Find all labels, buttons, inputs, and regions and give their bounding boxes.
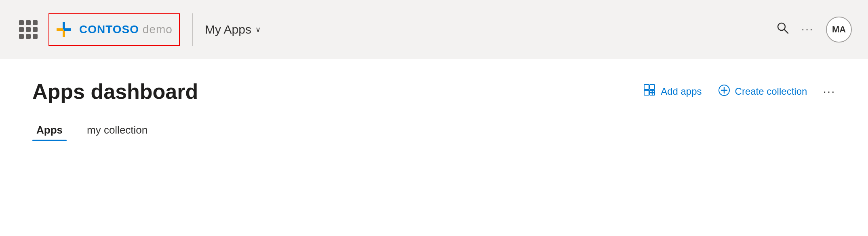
create-collection-label: Create collection bbox=[735, 86, 807, 97]
header-more-button[interactable]: ··· bbox=[823, 85, 836, 98]
page-title: Apps dashboard bbox=[32, 79, 198, 104]
tab-apps[interactable]: Apps bbox=[32, 124, 67, 141]
svg-line-5 bbox=[784, 30, 788, 33]
nav-more-button[interactable]: ··· bbox=[801, 23, 814, 36]
nav-divider bbox=[192, 13, 193, 46]
svg-rect-2 bbox=[57, 28, 63, 31]
svg-rect-1 bbox=[63, 30, 65, 37]
add-apps-icon bbox=[644, 84, 656, 99]
add-apps-button[interactable]: Add apps bbox=[644, 84, 702, 99]
tab-my-collection[interactable]: my collection bbox=[83, 124, 152, 141]
page-header: Apps dashboard Add apps bbox=[32, 79, 836, 104]
nav-title-text: My Apps bbox=[205, 23, 251, 36]
svg-rect-6 bbox=[644, 85, 649, 89]
top-nav: CONTOSO demo My Apps ∨ ··· MA bbox=[0, 0, 868, 59]
contoso-logo-icon bbox=[56, 21, 75, 38]
tabs-area: Apps my collection bbox=[32, 124, 836, 141]
waffle-menu-button[interactable] bbox=[16, 17, 40, 42]
tab-apps-label: Apps bbox=[36, 124, 63, 136]
logo-area[interactable]: CONTOSO demo bbox=[48, 13, 180, 46]
svg-rect-7 bbox=[650, 85, 655, 89]
nav-actions: ··· MA bbox=[776, 17, 852, 43]
tab-my-collection-label: my collection bbox=[87, 124, 147, 136]
search-button[interactable] bbox=[776, 21, 789, 37]
user-avatar[interactable]: MA bbox=[826, 17, 852, 43]
logo-brand: CONTOSO demo bbox=[79, 23, 173, 36]
create-collection-icon bbox=[718, 84, 730, 99]
header-actions: Add apps Create collection ··· bbox=[644, 84, 836, 99]
main-content: Apps dashboard Add apps bbox=[0, 59, 868, 236]
search-icon bbox=[776, 21, 789, 34]
add-apps-label: Add apps bbox=[661, 86, 702, 97]
nav-chevron-icon: ∨ bbox=[255, 25, 261, 34]
create-collection-button[interactable]: Create collection bbox=[718, 84, 807, 99]
svg-rect-8 bbox=[644, 90, 649, 95]
tab-apps-underline bbox=[32, 140, 67, 141]
tab-my-collection-underline bbox=[83, 140, 152, 141]
svg-rect-3 bbox=[64, 28, 71, 31]
waffle-dots-icon bbox=[19, 20, 38, 39]
nav-title-button[interactable]: My Apps ∨ bbox=[205, 23, 261, 36]
